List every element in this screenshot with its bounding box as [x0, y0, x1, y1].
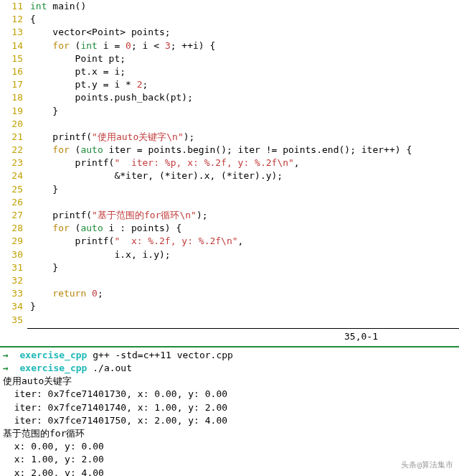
- code-content: pt.x = i;: [30, 65, 456, 78]
- line-number: 26: [3, 196, 23, 209]
- code-line[interactable]: 34}: [3, 300, 456, 313]
- code-line[interactable]: 27 printf("基于范围的for循环\n");: [3, 209, 456, 222]
- cursor-position: 35,0-1: [0, 330, 459, 343]
- code-line[interactable]: 11int main(): [3, 0, 456, 13]
- line-number: 20: [3, 118, 23, 131]
- code-content: printf("使用auto关键字\n");: [30, 131, 456, 144]
- terminal-command: ./a.out: [87, 363, 132, 373]
- code-content: [30, 274, 456, 287]
- line-number: 21: [3, 131, 23, 144]
- line-number: 32: [3, 274, 23, 287]
- code-content: &*iter, (*iter).x, (*iter).y);: [30, 169, 456, 182]
- prompt-arrow-icon: →: [3, 363, 9, 373]
- line-number: 25: [3, 183, 23, 196]
- code-line[interactable]: 13 vector<Point> points;: [3, 26, 456, 39]
- code-line[interactable]: 28 for (auto i : points) {: [3, 222, 456, 235]
- code-content: printf("基于范围的for循环\n");: [30, 209, 456, 222]
- code-line[interactable]: 17 pt.y = i * 2;: [3, 78, 456, 91]
- code-content: [30, 118, 456, 131]
- code-content: vector<Point> points;: [30, 26, 456, 39]
- line-number: 31: [3, 261, 23, 274]
- code-content: Point pt;: [30, 52, 456, 65]
- prompt-dir: exercise_cpp: [19, 363, 87, 373]
- code-line[interactable]: 29 printf(" x: %.2f, y: %.2f\n",: [3, 235, 456, 248]
- code-content: int main(): [30, 0, 456, 13]
- code-content: }: [30, 105, 456, 118]
- watermark-text: 头条@算法集市: [401, 459, 453, 470]
- line-number: 24: [3, 169, 23, 182]
- code-line[interactable]: 26: [3, 196, 456, 209]
- terminal-prompt-line: → exercise_cpp ./a.out: [3, 362, 456, 375]
- line-number: 34: [3, 300, 23, 313]
- code-line[interactable]: 12{: [3, 13, 456, 26]
- code-line[interactable]: 20: [3, 118, 456, 131]
- terminal-output-line: iter: 0x7fce71401750, x: 2.00, y: 4.00: [3, 414, 456, 427]
- terminal-output-line: x: 2.00, y: 4.00: [3, 467, 456, 476]
- code-line[interactable]: 30 i.x, i.y);: [3, 248, 456, 261]
- terminal-prompt-line: → exercise_cpp g++ -std=c++11 vector.cpp: [3, 349, 456, 362]
- code-content: for (auto i : points) {: [30, 222, 456, 235]
- code-editor[interactable]: 11int main()12{13 vector<Point> points;1…: [0, 0, 459, 327]
- code-line[interactable]: 19 }: [3, 105, 456, 118]
- terminal-output-line: 基于范围的for循环: [3, 427, 456, 440]
- line-number: 11: [3, 0, 23, 13]
- code-line[interactable]: 21 printf("使用auto关键字\n");: [3, 131, 456, 144]
- terminal-command: g++ -std=c++11 vector.cpp: [87, 350, 233, 360]
- code-line[interactable]: 22 for (auto iter = points.begin(); iter…: [3, 144, 456, 157]
- line-number: 33: [3, 287, 23, 300]
- line-number: 18: [3, 91, 23, 104]
- code-content: pt.y = i * 2;: [30, 78, 456, 91]
- terminal-output-line: x: 1.00, y: 2.00: [3, 453, 456, 466]
- code-line[interactable]: 25 }: [3, 183, 456, 196]
- code-content: }: [30, 183, 456, 196]
- code-content: }: [30, 261, 456, 274]
- editor-divider: [27, 328, 459, 329]
- line-number: 17: [3, 78, 23, 91]
- terminal-output[interactable]: → exercise_cpp g++ -std=c++11 vector.cpp…: [0, 347, 459, 476]
- code-line[interactable]: 32: [3, 274, 456, 287]
- code-line[interactable]: 24 &*iter, (*iter).x, (*iter).y);: [3, 169, 456, 182]
- terminal-output-line: 使用auto关键字: [3, 375, 456, 388]
- line-number: 19: [3, 105, 23, 118]
- code-content: for (int i = 0; i < 3; ++i) {: [30, 39, 456, 52]
- code-line[interactable]: 33 return 0;: [3, 287, 456, 300]
- code-content: [30, 314, 456, 327]
- code-line[interactable]: 35: [3, 314, 456, 327]
- code-line[interactable]: 14 for (int i = 0; i < 3; ++i) {: [3, 39, 456, 52]
- code-line[interactable]: 31 }: [3, 261, 456, 274]
- line-number: 13: [3, 26, 23, 39]
- code-content: [30, 196, 456, 209]
- line-number: 15: [3, 52, 23, 65]
- line-number: 22: [3, 144, 23, 157]
- code-line[interactable]: 15 Point pt;: [3, 52, 456, 65]
- terminal-output-line: iter: 0x7fce71401730, x: 0.00, y: 0.00: [3, 388, 456, 401]
- line-number: 30: [3, 248, 23, 261]
- code-content: for (auto iter = points.begin(); iter !=…: [30, 144, 456, 157]
- code-content: printf(" iter: %p, x: %.2f, y: %.2f\n",: [30, 157, 456, 169]
- code-content: i.x, i.y);: [30, 248, 456, 261]
- line-number: 23: [3, 157, 23, 169]
- prompt-dir: exercise_cpp: [19, 350, 87, 360]
- code-content: points.push_back(pt);: [30, 91, 456, 104]
- line-number: 27: [3, 209, 23, 222]
- code-line[interactable]: 16 pt.x = i;: [3, 65, 456, 78]
- code-line[interactable]: 23 printf(" iter: %p, x: %.2f, y: %.2f\n…: [3, 157, 456, 169]
- line-number: 29: [3, 235, 23, 248]
- line-number: 14: [3, 39, 23, 52]
- code-content: {: [30, 13, 456, 26]
- code-content: }: [30, 300, 456, 313]
- code-line[interactable]: 18 points.push_back(pt);: [3, 91, 456, 104]
- line-number: 35: [3, 314, 23, 327]
- prompt-arrow-icon: →: [3, 350, 9, 360]
- line-number: 16: [3, 65, 23, 78]
- line-number: 12: [3, 13, 23, 26]
- line-number: 28: [3, 222, 23, 235]
- terminal-output-line: iter: 0x7fce71401740, x: 1.00, y: 2.00: [3, 401, 456, 414]
- code-content: printf(" x: %.2f, y: %.2f\n",: [30, 235, 456, 248]
- terminal-output-line: x: 0.00, y: 0.00: [3, 440, 456, 453]
- code-content: return 0;: [30, 287, 456, 300]
